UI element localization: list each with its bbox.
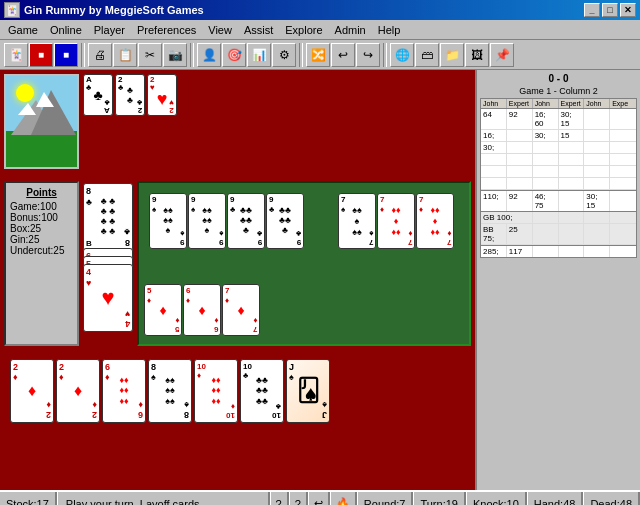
toolbar-btn-clip[interactable]: 📋 <box>113 43 137 67</box>
opponent-8-clubs[interactable]: 8♣ ♣ ♣♣ ♣♣ ♣♣ ♣ 8♣ B <box>83 183 133 251</box>
opponent-card-2-clubs[interactable]: 2♣ ♣♣ 2♣ <box>115 74 145 116</box>
status-message: Play your turn. Layoff cards <box>57 492 270 505</box>
card-bot-right: 8♣ <box>124 226 130 248</box>
player-card-2d-2[interactable]: 2♦ ♦ 2♦ <box>56 359 100 423</box>
player-card-10d[interactable]: 10♦ ♦♦♦♦♦♦ 10♦ <box>194 359 238 423</box>
close-button[interactable]: ✕ <box>620 3 636 17</box>
card-top: 2♦ <box>13 362 18 384</box>
card-rank-top: 2♥ <box>150 76 155 92</box>
meld-low-d-2[interactable]: 6♦ ♦ 6♦ <box>183 284 221 336</box>
cell-2-4: 15 <box>559 130 585 141</box>
status-help[interactable]: ? <box>270 492 289 505</box>
status-hint[interactable]: ? <box>289 492 308 505</box>
status-knock: Knock:10 <box>466 492 527 505</box>
score-title: 0 - 0 <box>480 73 637 84</box>
card-center-suit: ♣♣ <box>127 85 133 105</box>
points-panel: Points Game:100 Bonus:100 Box:25 Gin:25 … <box>4 181 79 346</box>
discard-stack: 6♦ ♦ 6♦ 5♥ ♥ 5♥ 4♥ ♥ 4♥ <box>83 248 133 328</box>
toolbar-btn-globe[interactable]: 🌐 <box>390 43 414 67</box>
toolbar-btn-player[interactable]: 👤 <box>197 43 221 67</box>
meld-9s-2[interactable]: 9♠ ♠♠♠♠♠ 9♠ <box>188 193 226 249</box>
card-center: ♦♦♦♦♦♦ <box>211 374 220 406</box>
card-top: 8♠ <box>151 362 156 384</box>
player-card-6d[interactable]: 6♦ ♦♦♦♦♦♦ 6♦ <box>102 359 146 423</box>
meld-7s[interactable]: 7♠ ♠♠♠♠♠ 7♠ <box>338 193 376 249</box>
cell-2-2 <box>507 130 533 141</box>
toolbar-btn-shuffle[interactable]: 🔀 <box>306 43 330 67</box>
play-area: 9♠ ♠♠♠♠♠ 9♠ 9♠ ♠♠♠♠♠ 9♠ 9♣ ♣♣♣♣♣ 9♣ <box>137 181 471 346</box>
toolbar-btn-cut[interactable]: ✂ <box>138 43 162 67</box>
card-top: 2♦ <box>59 362 64 384</box>
points-bonus: Bonus:100 <box>10 212 73 223</box>
card-center: ♦ <box>237 302 244 318</box>
toolbar-group-1: 🃏 ■ ■ <box>4 43 78 67</box>
toolbar-btn-photo[interactable]: 📷 <box>163 43 187 67</box>
menu-player[interactable]: Player <box>88 22 131 38</box>
card-center: ♦♦♦♦♦♦ <box>119 374 128 406</box>
player-card-js[interactable]: J♠ 🂫 J♠ <box>286 359 330 423</box>
toolbar-btn-redo[interactable]: ↪ <box>356 43 380 67</box>
card-center: ♣♣♣♣♣ <box>279 206 291 236</box>
player-card-10c[interactable]: 10♣ ♣♣♣♣♣♣ 10♣ <box>240 359 284 423</box>
toolbar-btn-image[interactable]: 🖼 <box>465 43 489 67</box>
app-icon: 🃏 <box>4 2 20 18</box>
meld-7d-2[interactable]: 7♦ ♦♦♦♦♦ 7♦ <box>416 193 454 249</box>
cell-1-1: 64 <box>481 109 507 129</box>
menu-assist[interactable]: Assist <box>238 22 279 38</box>
toolbar-btn-settings[interactable]: ⚙ <box>272 43 296 67</box>
toolbar-btn-print[interactable]: 🖨 <box>88 43 112 67</box>
toolbar-btn-db[interactable]: 🗃 <box>415 43 439 67</box>
score-panel: 0 - 0 Game 1 - Column 2 John Expert John… <box>475 70 640 490</box>
toolbar-btn-folder[interactable]: 📁 <box>440 43 464 67</box>
toolbar-btn-stats[interactable]: 📊 <box>247 43 271 67</box>
toolbar-btn-new[interactable]: 🃏 <box>4 43 28 67</box>
meld-low-d-3[interactable]: 7♦ ♦ 7♦ <box>222 284 260 336</box>
col-h1: John <box>481 99 507 108</box>
col-h3: John <box>533 99 559 108</box>
menu-admin[interactable]: Admin <box>329 22 372 38</box>
gt-4 <box>559 246 585 257</box>
menu-online[interactable]: Online <box>44 22 88 38</box>
col-h2: Expert <box>507 99 533 108</box>
game-container: A♣ ♣ A♣ 2♣ ♣♣ 2♣ 2♥ ♥ 2♥ <box>0 70 640 490</box>
toolbar-btn-save[interactable]: ■ <box>54 43 78 67</box>
maximize-button[interactable]: □ <box>602 3 618 17</box>
status-turn: Turn:19 <box>413 492 466 505</box>
meld-low-d-1[interactable]: 5♦ ♦ 5♦ <box>144 284 182 336</box>
menu-help[interactable]: Help <box>372 22 407 38</box>
toolbar-btn-undo[interactable]: ↩ <box>331 43 355 67</box>
player-hand: 2♦ ♦ 2♦ 2♦ ♦ 2♦ 6♦ ♦♦♦♦♦♦ 6♦ 8♠ ♠♠♠♠♠♠ 8… <box>4 348 471 433</box>
menu-preferences[interactable]: Preferences <box>131 22 202 38</box>
window-title: Gin Rummy by MeggieSoft Games <box>24 4 204 16</box>
toolbar-btn-target[interactable]: 🎯 <box>222 43 246 67</box>
bb-4 <box>559 224 585 244</box>
menu-explore[interactable]: Explore <box>279 22 328 38</box>
player-card-2d-1[interactable]: 2♦ ♦ 2♦ <box>10 359 54 423</box>
status-undo-btn[interactable]: ↩ <box>308 492 330 505</box>
card-top: J♠ <box>289 362 294 384</box>
card-top: 6♦ <box>105 362 110 384</box>
discard-card-4h[interactable]: 4♥ ♥ 4♥ <box>83 264 133 332</box>
toolbar-btn-open[interactable]: ■ <box>29 43 53 67</box>
menu-view[interactable]: View <box>202 22 238 38</box>
card-top: 4♥ <box>86 267 91 289</box>
meld-9s-1[interactable]: 9♠ ♠♠♠♠♠ 9♠ <box>149 193 187 249</box>
meld-9c-2[interactable]: 9♣ ♣♣♣♣♣ 9♣ <box>266 193 304 249</box>
player-card-8s[interactable]: 8♠ ♠♠♠♠♠♠ 8♠ <box>148 359 192 423</box>
gb-4 <box>559 212 585 223</box>
opponent-card-ace-clubs[interactable]: A♣ ♣ A♣ <box>83 74 113 116</box>
card-bot: 4♥ <box>125 309 130 329</box>
toolbar-btn-pin[interactable]: 📌 <box>490 43 514 67</box>
status-fire[interactable]: 🔥 <box>330 492 357 505</box>
card-top: 9♠ <box>152 195 156 214</box>
card-bot: 7♠ <box>369 229 373 247</box>
meld-9c-1[interactable]: 9♣ ♣♣♣♣♣ 9♣ <box>227 193 265 249</box>
opponent-card-2-hearts[interactable]: 2♥ ♥ 2♥ <box>147 74 177 116</box>
meld-group-2: 7♠ ♠♠♠♠♠ 7♠ 7♦ ♦♦♦♦♦ 7♦ 7♦ ♦♦♦♦♦ 7♦ <box>338 193 454 249</box>
score-grand-total: 285; 117 <box>481 245 636 257</box>
menu-game[interactable]: Game <box>2 22 44 38</box>
cell-3-3 <box>533 142 559 153</box>
minimize-button[interactable]: _ <box>584 3 600 17</box>
meld-7d-1[interactable]: 7♦ ♦♦♦♦♦ 7♦ <box>377 193 415 249</box>
cell-2-5 <box>584 130 610 141</box>
